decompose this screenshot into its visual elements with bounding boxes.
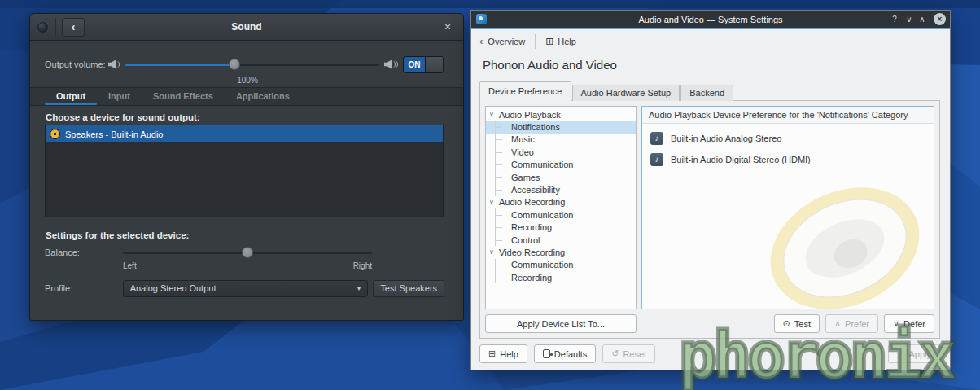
minimize-button[interactable]: – (416, 19, 434, 35)
tree-label: Recording (511, 273, 552, 283)
titlebar-minimize-button[interactable]: ∨ (903, 13, 916, 25)
balance-slider[interactable] (123, 247, 372, 258)
tab-output[interactable]: Output (45, 88, 97, 105)
phoronix-watermark: phoronix (679, 319, 952, 390)
profile-label: Profile: (45, 283, 108, 293)
device-item-label: Built-in Audio Analog Stereo (671, 134, 781, 143)
tab-audio-hardware-setup[interactable]: Audio Hardware Setup (572, 85, 680, 101)
tree-label: Music (511, 134, 535, 144)
tab-backend[interactable]: Backend (680, 85, 733, 101)
tab-sound-effects[interactable]: Sound Effects (142, 88, 225, 105)
tree-label: Recording (511, 222, 552, 232)
sound-headerbar: ‹ Sound – × (30, 14, 463, 41)
reset-icon: ↺ (611, 348, 619, 359)
back-button[interactable]: ‹ (62, 18, 85, 37)
system-settings-window: Audio and Video — System Settings ? ∨ ∧ … (470, 10, 951, 370)
toolbar-help-button[interactable]: ⊞ Help (545, 36, 576, 47)
expander-icon[interactable]: ∨ (489, 108, 494, 121)
desktop: ‹ Sound – × Output volume: ON 100% Outpu… (0, 0, 980, 390)
tab-device-preference[interactable]: Device Preference (479, 81, 571, 101)
headerbar-divider (55, 18, 56, 36)
balance-endpoints: Left Right (123, 261, 372, 270)
apply-device-list-button[interactable]: Apply Device List To... (485, 314, 637, 333)
tree-item-music[interactable]: Music (486, 134, 636, 146)
app-icon (476, 14, 487, 24)
toggle-on-label: ON (404, 57, 425, 72)
apply-device-list-label: Apply Device List To... (517, 319, 605, 329)
output-volume-slider[interactable] (125, 59, 379, 70)
music-note-icon: ♪ (650, 153, 663, 166)
kde-help-icon: ⊞ (488, 348, 496, 359)
expander-icon[interactable]: ∨ (489, 196, 494, 208)
tree-item-ar-control[interactable]: Control (486, 234, 636, 246)
tab-input[interactable]: Input (97, 88, 142, 105)
tree-item-video[interactable]: Video (486, 146, 636, 158)
tree-label: Communication (511, 260, 573, 269)
tree-item-games[interactable]: Games (486, 171, 636, 183)
profile-row: Profile: Analog Stereo Output ▾ Test Spe… (45, 279, 444, 297)
toolbar-help-label: Help (558, 37, 576, 46)
tree-item-audio-playback[interactable]: ∨ Audio Playback (486, 108, 636, 121)
toolbar-divider (535, 34, 536, 49)
sound-window: ‹ Sound – × Output volume: ON 100% Outpu… (29, 13, 464, 321)
tree-item-vr-communication[interactable]: Communication (486, 259, 636, 271)
balance-left-label: Left (123, 261, 137, 270)
output-volume-row: Output volume: ON (45, 55, 444, 74)
help-button[interactable]: ⊞ Help (479, 344, 527, 363)
defaults-label: Defaults (554, 349, 587, 359)
device-item-label: Built-in Audio Digital Stereo (HDMI) (671, 155, 811, 164)
kde-tabbar: Device Preference Audio Hardware Setup B… (479, 81, 734, 101)
output-volume-label: Output volume: (45, 59, 108, 69)
tree-label: Video (511, 147, 534, 157)
volume-percent: 100% (121, 76, 374, 85)
tree-label: Notifications (511, 122, 560, 132)
profile-dropdown[interactable]: Analog Stereo Output ▾ (123, 280, 369, 297)
reset-button[interactable]: ↺ Reset (602, 344, 655, 363)
defaults-button[interactable]: Defaults (534, 344, 596, 363)
tree-label: Communication (511, 160, 573, 169)
page-title: Phonon Audio and Video (483, 58, 617, 72)
tree-label: Audio Playback (499, 110, 561, 120)
device-row-label: Speakers - Built-in Audio (65, 129, 163, 139)
device-item-analog[interactable]: ♪ Built-in Audio Analog Stereo (650, 132, 934, 145)
titlebar-maximize-button[interactable]: ∧ (916, 13, 929, 25)
tree-item-ar-recording[interactable]: Recording (486, 221, 636, 234)
music-note-icon: ♪ (650, 132, 663, 145)
titlebar-close-button[interactable]: × (934, 13, 946, 25)
close-button[interactable]: × (439, 19, 457, 35)
device-row-speakers[interactable]: Speakers - Built-in Audio (46, 125, 443, 142)
window-title: Sound (30, 21, 463, 33)
balance-right-label: Right (353, 261, 372, 270)
kde-help-icon: ⊞ (545, 36, 553, 47)
titlebar-help-button[interactable]: ? (888, 13, 901, 25)
tree-label: Control (511, 235, 540, 245)
overview-label: Overview (488, 37, 525, 46)
dropdown-arrow-icon: ▾ (357, 284, 361, 292)
tree-item-video-recording[interactable]: ∨ Video Recording (486, 246, 636, 258)
device-item-hdmi[interactable]: ♪ Built-in Audio Digital Stereo (HDMI) (650, 153, 934, 166)
tree-label: Games (511, 173, 540, 182)
tree-item-ar-communication[interactable]: Communication (486, 208, 636, 221)
tree-item-vr-recording[interactable]: Recording (486, 271, 636, 283)
reset-label: Reset (623, 349, 646, 359)
tree-label: Video Recording (499, 248, 565, 257)
balance-label: Balance: (45, 248, 108, 257)
tree-item-notifications[interactable]: Notifications (486, 121, 636, 133)
tree-item-communication[interactable]: Communication (486, 159, 636, 171)
profile-value: Analog Stereo Output (130, 283, 217, 293)
app-menu-button[interactable] (37, 22, 48, 33)
tab-applications[interactable]: Applications (225, 88, 301, 105)
volume-on-toggle[interactable]: ON (403, 56, 444, 73)
choose-device-heading: Choose a device for sound output: (46, 112, 200, 122)
sound-tabbar: Output Input Sound Effects Applications (30, 87, 463, 106)
tree-item-audio-recording[interactable]: ∨ Audio Recording (486, 196, 636, 208)
overview-button[interactable]: ‹ Overview (479, 35, 525, 47)
speaker-watermark (751, 164, 934, 309)
tree-item-accessibility[interactable]: Accessibility (486, 183, 636, 195)
defaults-icon (543, 349, 550, 358)
device-settings-heading: Settings for the selected device: (46, 230, 189, 240)
expander-icon[interactable]: ∨ (489, 246, 494, 258)
volume-low-icon (108, 59, 120, 70)
test-speakers-button[interactable]: Test Speakers (373, 280, 444, 297)
kde-titlebar: Audio and Video — System Settings ? ∨ ∧ … (471, 11, 950, 28)
